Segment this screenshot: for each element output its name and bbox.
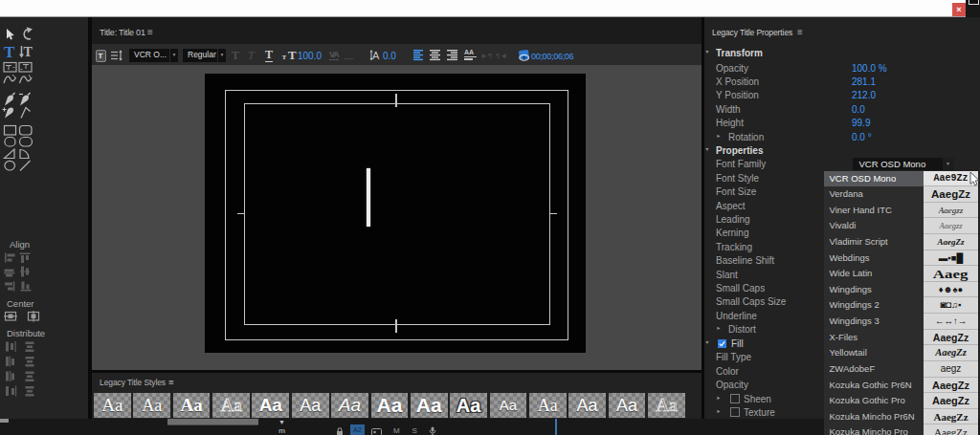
svg-text:T: T xyxy=(24,45,33,59)
svg-text:A: A xyxy=(372,50,380,61)
svg-text:T: T xyxy=(4,43,15,61)
